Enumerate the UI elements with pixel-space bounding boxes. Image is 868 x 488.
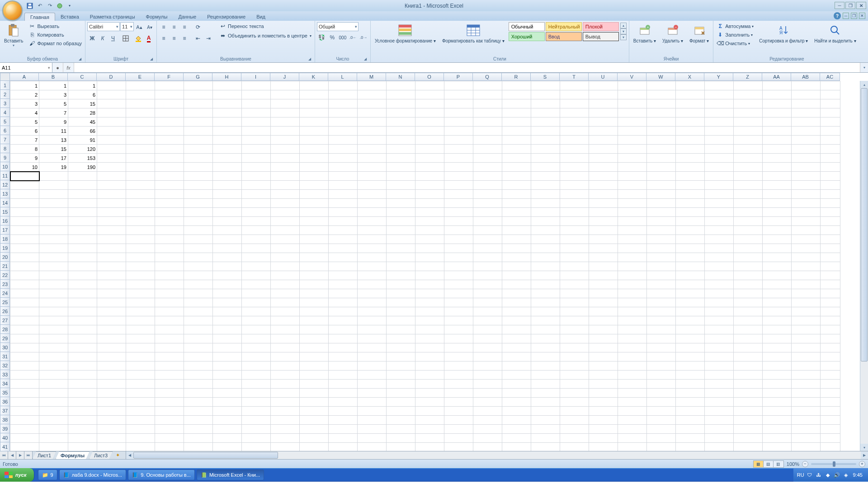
- cell[interactable]: [271, 389, 300, 398]
- sheet-tab-Формулы[interactable]: Формулы: [56, 451, 90, 459]
- row-header-32[interactable]: 32: [0, 361, 10, 370]
- find-select-button[interactable]: Найти и выделить ▾: [812, 22, 858, 56]
- merge-center-button[interactable]: ⬌Объединить и поместить в центре▾: [218, 32, 313, 40]
- cell[interactable]: [589, 154, 618, 163]
- cell[interactable]: [300, 361, 329, 371]
- cell[interactable]: [821, 108, 840, 117]
- cell[interactable]: [473, 108, 502, 117]
- cell[interactable]: [473, 343, 502, 352]
- cell[interactable]: [329, 172, 358, 181]
- cell[interactable]: [792, 127, 821, 136]
- cell[interactable]: [242, 235, 271, 244]
- cell[interactable]: [329, 163, 358, 172]
- row-header-14[interactable]: 14: [0, 198, 10, 207]
- cell[interactable]: [502, 280, 531, 289]
- language-indicator[interactable]: RU: [797, 472, 804, 478]
- cell[interactable]: [618, 226, 647, 235]
- cell[interactable]: [531, 136, 560, 145]
- cell[interactable]: [473, 90, 502, 99]
- italic-button[interactable]: К: [98, 33, 108, 43]
- cell[interactable]: [502, 407, 531, 416]
- cell[interactable]: [387, 380, 415, 389]
- cell[interactable]: [155, 199, 184, 208]
- col-header-AA[interactable]: AA: [762, 73, 791, 81]
- cell[interactable]: [242, 398, 271, 407]
- cell[interactable]: [792, 235, 821, 244]
- cell[interactable]: [763, 154, 792, 163]
- cell[interactable]: [618, 325, 647, 334]
- row-header-15[interactable]: 15: [0, 207, 10, 216]
- cell[interactable]: [126, 235, 155, 244]
- cell[interactable]: [444, 352, 473, 361]
- tab-Вставка[interactable]: Вставка: [55, 13, 85, 21]
- cell[interactable]: [560, 190, 589, 199]
- cell[interactable]: [242, 434, 271, 443]
- cell[interactable]: [271, 407, 300, 416]
- cell[interactable]: [560, 434, 589, 443]
- cell[interactable]: [300, 325, 329, 334]
- cell[interactable]: [329, 416, 358, 425]
- cell[interactable]: [271, 262, 300, 271]
- cell[interactable]: [300, 298, 329, 307]
- cell[interactable]: [821, 325, 840, 334]
- cell[interactable]: [560, 217, 589, 226]
- cell[interactable]: [155, 416, 184, 425]
- cell[interactable]: [271, 190, 300, 199]
- cell[interactable]: [358, 316, 387, 325]
- cell[interactable]: [444, 407, 473, 416]
- cell[interactable]: [763, 380, 792, 389]
- cell[interactable]: [415, 199, 444, 208]
- cell-style-Ввод[interactable]: Ввод: [546, 32, 582, 41]
- cell[interactable]: [618, 172, 647, 181]
- cell[interactable]: [329, 154, 358, 163]
- cell[interactable]: [647, 325, 676, 334]
- cell[interactable]: [473, 117, 502, 127]
- cell[interactable]: [213, 389, 242, 398]
- cell[interactable]: [734, 416, 763, 425]
- cell[interactable]: [271, 361, 300, 371]
- cell[interactable]: [647, 90, 676, 99]
- qat-redo-icon[interactable]: ↷: [45, 1, 54, 10]
- cell[interactable]: [792, 136, 821, 145]
- cell[interactable]: [39, 425, 68, 434]
- cell[interactable]: [358, 244, 387, 253]
- cell[interactable]: [184, 425, 213, 434]
- cell[interactable]: [184, 81, 213, 90]
- clipboard-launcher-icon[interactable]: ◢: [78, 57, 82, 61]
- cell[interactable]: [763, 271, 792, 280]
- cell[interactable]: [415, 127, 444, 136]
- cell[interactable]: [821, 181, 840, 190]
- cell[interactable]: [271, 226, 300, 235]
- cell[interactable]: [821, 334, 840, 343]
- cell[interactable]: [473, 361, 502, 371]
- cell[interactable]: [358, 235, 387, 244]
- cell[interactable]: [763, 108, 792, 117]
- cell[interactable]: [213, 217, 242, 226]
- cell[interactable]: [473, 434, 502, 443]
- col-header-F[interactable]: F: [155, 73, 184, 81]
- cell[interactable]: [300, 99, 329, 108]
- cell[interactable]: [792, 190, 821, 199]
- cell[interactable]: [271, 181, 300, 190]
- cell[interactable]: [792, 181, 821, 190]
- cell[interactable]: [473, 136, 502, 145]
- cell[interactable]: [300, 262, 329, 271]
- cell[interactable]: [126, 253, 155, 262]
- cell[interactable]: [647, 145, 676, 154]
- cell[interactable]: [126, 398, 155, 407]
- cell[interactable]: [387, 298, 415, 307]
- cell[interactable]: [502, 181, 531, 190]
- cell[interactable]: [415, 90, 444, 99]
- col-header-R[interactable]: R: [502, 73, 531, 81]
- cell[interactable]: [560, 280, 589, 289]
- sort-filter-button[interactable]: АЯСортировка и фильтр ▾: [757, 22, 810, 56]
- cell[interactable]: [647, 334, 676, 343]
- cell[interactable]: [242, 199, 271, 208]
- cell[interactable]: [560, 389, 589, 398]
- cell[interactable]: [329, 199, 358, 208]
- cell[interactable]: [444, 398, 473, 407]
- cell[interactable]: [387, 217, 415, 226]
- autosum-button[interactable]: ΣАвтосумма▾: [715, 22, 755, 30]
- cell[interactable]: [329, 136, 358, 145]
- cell[interactable]: [734, 163, 763, 172]
